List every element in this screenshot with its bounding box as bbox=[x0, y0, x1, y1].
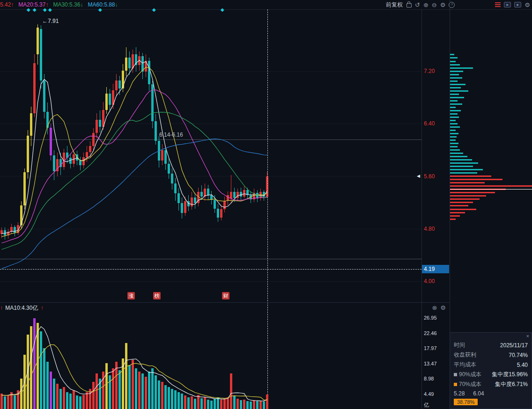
pane-divider bbox=[0, 302, 450, 303]
window-controls: ▶▶⚙ bbox=[495, 0, 530, 9]
zoom-in-icon[interactable]: ⊕ bbox=[423, 2, 429, 8]
event-marker-icon[interactable]: ◆ bbox=[152, 7, 156, 12]
volume-tick: 26.95 bbox=[424, 315, 437, 321]
event-marker-icon[interactable]: ◆ bbox=[221, 7, 224, 12]
up-arrow-icon: ↑ bbox=[0, 305, 3, 311]
undo-icon[interactable]: ↺ bbox=[415, 2, 420, 8]
info-row: 收盘获利70.74% bbox=[450, 350, 532, 360]
volume-tick: 8.98 bbox=[424, 376, 434, 381]
event-marker-icon[interactable]: ◆ bbox=[98, 7, 102, 12]
info-row: 70%成本集中度6.71% bbox=[450, 380, 532, 389]
chip-info-panel: × 时间2025/11/17收盘获利70.74%平均成本5.4090%成本集中度… bbox=[450, 332, 532, 409]
volume-unit-label: 亿 bbox=[424, 402, 429, 409]
range-percent-badge: 38.78% bbox=[454, 399, 478, 405]
cost-range-high: 6.04 bbox=[473, 390, 484, 397]
event-marker-icon[interactable]: ◆ bbox=[48, 7, 52, 12]
price-tick: 7.20 bbox=[424, 68, 435, 74]
info-rows: 时间2025/11/17收盘获利70.74%平均成本5.4090%成本集中度15… bbox=[450, 340, 532, 389]
volume-pane-header: ↑ MA10:4.30亿 ↑ ⊗⚙ bbox=[0, 303, 450, 313]
gap-range-label: 6.14-6.16 bbox=[159, 131, 183, 138]
adjust-mode-button[interactable]: 前复权 bbox=[386, 0, 403, 9]
event-marker-icon[interactable]: ◆ bbox=[27, 7, 30, 12]
price-tick: 4.80 bbox=[424, 226, 435, 232]
settings-gear-icon[interactable]: ⚙ bbox=[440, 305, 446, 311]
settings-gear-icon[interactable]: ⚙ bbox=[525, 2, 530, 8]
volume-tick: 13.47 bbox=[424, 361, 437, 366]
volume-ma-legend[interactable]: MA10:4.30亿 bbox=[5, 305, 38, 311]
chart-window-icon[interactable]: ▶ bbox=[504, 2, 511, 7]
event-marker-icon[interactable]: ◆ bbox=[43, 7, 47, 12]
volume-tick: 4.49 bbox=[424, 391, 434, 397]
ma-indicator[interactable]: MA60:5.88↓ bbox=[88, 0, 118, 9]
ma-lines bbox=[2, 60, 267, 269]
volume-tick: 22.46 bbox=[424, 330, 437, 336]
cost-range-row: 5.28 6.04 bbox=[450, 389, 532, 398]
chart-window-icon-2[interactable]: ▶ bbox=[514, 2, 521, 7]
info-row: 90%成本集中度15.96% bbox=[450, 370, 532, 380]
price-tick: 5.60 bbox=[424, 173, 435, 180]
info-row: 平均成本5.40 bbox=[450, 360, 532, 370]
ma-indicator[interactable]: 5.42↑ bbox=[0, 0, 14, 9]
legend-bullet-icon bbox=[454, 373, 457, 376]
top-toolbar: 5.42↑MA20:5.37↑MA30:5.36↓MA60:5.88↓ 前复权 … bbox=[0, 0, 532, 10]
settings-gear-icon[interactable]: ⚙ bbox=[440, 2, 446, 8]
lock-icon[interactable] bbox=[406, 3, 412, 7]
toolbar-right-group: 前复权 ↺⊕⊖⚙? bbox=[386, 0, 455, 9]
price-tick: 6.40 bbox=[424, 120, 435, 127]
high-price-annotation: ←7.91 bbox=[42, 18, 59, 24]
close-circle-icon[interactable]: ⊗ bbox=[432, 305, 437, 311]
price-tick: 4.00 bbox=[424, 278, 435, 285]
crosshair-price-tag: 4.19 bbox=[422, 265, 449, 273]
volume-chart[interactable] bbox=[0, 313, 421, 409]
candlestick-chart[interactable] bbox=[0, 9, 421, 302]
toolbar-icons: ↺⊕⊖⚙? bbox=[406, 2, 455, 8]
crosshair-horizontal-line[interactable] bbox=[0, 269, 421, 270]
info-row: 时间2025/11/17 bbox=[450, 340, 532, 350]
close-icon[interactable]: × bbox=[526, 333, 529, 339]
volume-pane-icons: ⊗⚙ bbox=[432, 305, 446, 311]
current-price-marker: ◀ bbox=[417, 174, 420, 178]
zoom-out-icon[interactable]: ⊖ bbox=[432, 2, 437, 8]
red-list-icon[interactable] bbox=[495, 2, 501, 7]
hot-topic-badge[interactable]: 财 bbox=[222, 292, 229, 299]
up-arrow-icon: ↑ bbox=[41, 305, 44, 311]
event-marker-icon[interactable]: ◆ bbox=[33, 7, 37, 12]
legend-bullet-icon bbox=[454, 383, 457, 386]
axis-divider bbox=[421, 9, 422, 409]
hot-topic-badge[interactable]: 涨 bbox=[127, 292, 135, 299]
ma-indicator[interactable]: MA30:5.36↓ bbox=[53, 0, 83, 9]
volume-tick: 17.97 bbox=[424, 345, 437, 351]
cost-range-low: 5.28 bbox=[454, 390, 465, 397]
chip-distribution-panel[interactable] bbox=[450, 9, 532, 302]
hot-topic-badge[interactable]: 榜 bbox=[153, 292, 161, 299]
